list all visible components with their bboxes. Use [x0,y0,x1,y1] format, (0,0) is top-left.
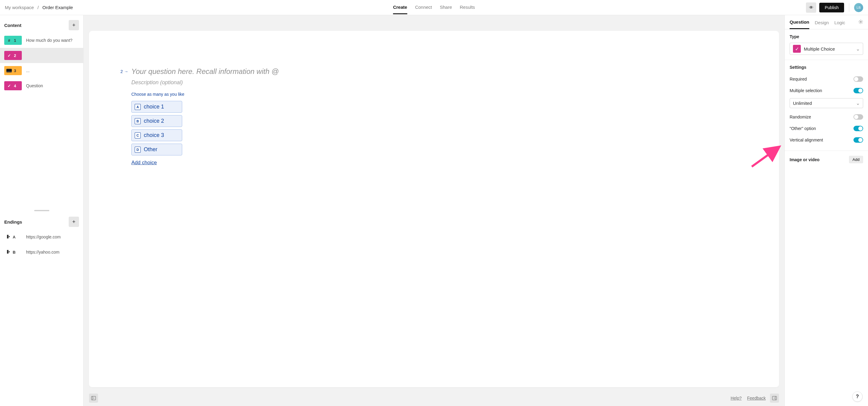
top-bar: My workspace / Order Example Create Conn… [0,0,868,15]
item-number: 2 [14,53,16,58]
content-item-2[interactable]: ✓ 2 [0,48,83,63]
arrow-right-icon: → [124,69,128,74]
content-item-1[interactable]: # 1 How much do you want? [0,33,83,48]
choice-key: A [135,104,141,110]
item-number: 1 [14,38,16,43]
ending-badge: A [4,232,22,241]
settings-gear-button[interactable] [858,20,863,29]
ending-label: https://google.com [26,234,61,239]
top-right-tools: Publish LB [806,2,863,13]
item-number: 3 [14,68,16,73]
setting-vertical-alignment: Vertical alignment [789,134,863,146]
tab-connect[interactable]: Connect [415,1,432,14]
ending-item-b[interactable]: B https://yahoo.com [0,244,83,260]
content-section-header: Content + [0,15,83,33]
breadcrumb-workspace[interactable]: My workspace [5,5,34,10]
check-icon: ✓ [6,84,12,88]
canvas-footer: Help? Feedback [84,393,784,406]
add-ending-button[interactable]: + [69,216,79,227]
setting-multiple-selection: Multiple selection [789,85,863,96]
right-panel-tabs: Question Design Logic [785,15,868,29]
footer-links: Help? Feedback [731,396,766,401]
setting-randomize: Randomize [789,111,863,123]
selection-limit-select[interactable]: Unlimited ⌄ [789,98,863,108]
tab-create[interactable]: Create [393,1,407,14]
choice-text[interactable]: choice 1 [144,104,164,110]
top-tabs: Create Connect Share Results [393,1,475,14]
plus-icon: + [72,22,76,28]
endings-title: Endings [4,220,22,225]
endings-section-header: Endings + [0,212,83,229]
media-label: Image or video [789,157,819,162]
choices-list: A choice 1 B choice 2 C choice 3 D Other [131,101,182,155]
setting-label: Randomize [789,115,811,119]
choice-text[interactable]: Other [144,146,157,153]
collapse-right-panel-button[interactable] [770,394,779,403]
feedback-link[interactable]: Feedback [747,396,766,401]
type-label: Type [789,34,863,39]
question-card: 2 → Your question here. Recall informati… [89,31,779,387]
question-description-input[interactable]: Description (optional) [131,79,361,86]
setting-label: "Other" option [789,126,816,131]
question-number: 2 → [120,69,128,74]
help-fab[interactable]: ? [852,392,863,402]
item-label: ... [26,68,30,73]
preview-button[interactable] [806,2,816,13]
avatar[interactable]: LB [854,3,863,12]
endings-list: A https://google.com B https://yahoo.com [0,229,83,406]
question-title-input[interactable]: Your question here. Recall information w… [131,67,361,76]
canvas: 2 → Your question here. Recall informati… [84,15,784,406]
toggle-randomize[interactable] [854,114,863,120]
choice-text[interactable]: choice 3 [144,132,164,139]
item-label: How much do you want? [26,38,72,43]
tab-share[interactable]: Share [440,1,452,14]
breadcrumb-form-name[interactable]: Order Example [42,5,73,10]
selection-limit-value: Unlimited [793,100,853,106]
choice-text[interactable]: choice 2 [144,118,164,124]
type-section: Type ✓ Multiple Choice ⌄ [785,29,868,60]
choice-b[interactable]: B choice 2 [131,115,182,127]
add-choice-link[interactable]: Add choice [131,160,361,166]
media-section: Image or video Add [785,151,868,168]
toggle-required[interactable] [854,76,863,82]
toggle-other-option[interactable] [854,126,863,131]
add-content-button[interactable]: + [69,20,79,30]
add-media-button[interactable]: Add [849,156,863,163]
content-item-4[interactable]: ✓ 4 Question [0,78,83,93]
choice-d-other[interactable]: D Other [131,144,182,155]
tab-logic[interactable]: Logic [834,20,845,29]
ending-label: https://yahoo.com [26,250,60,255]
gear-icon [858,20,863,24]
divider [849,3,849,12]
right-panel: Question Design Logic Type ✓ Multiple Ch… [784,15,868,406]
toggle-vertical-alignment[interactable] [854,137,863,143]
setting-required: Required [789,73,863,85]
resize-handle[interactable] [0,209,83,212]
breadcrumb: My workspace / Order Example [5,5,73,10]
svg-rect-1 [6,70,12,70]
panel-right-icon [772,396,777,401]
question-type-select[interactable]: ✓ Multiple Choice ⌄ [789,43,863,55]
number-question-badge: # 1 [4,36,22,45]
ending-item-a[interactable]: A https://google.com [0,229,83,244]
collapse-left-panel-button[interactable] [89,394,98,403]
choice-a[interactable]: A choice 1 [131,101,182,113]
ending-letter: B [13,250,16,255]
publish-button[interactable]: Publish [819,3,844,12]
panel-left-icon [91,396,96,401]
choice-c[interactable]: C choice 3 [131,129,182,141]
tab-question[interactable]: Question [789,20,809,29]
settings-label: Settings [789,65,863,70]
multiple-choice-badge: ✓ 4 [4,81,22,90]
tab-design[interactable]: Design [815,20,829,29]
question-type-value: Multiple Choice [804,46,853,52]
multiple-choice-badge: ✓ 2 [4,51,22,60]
card-icon [6,69,12,72]
check-icon: ✓ [793,45,801,53]
tab-results[interactable]: Results [460,1,475,14]
toggle-multiple-selection[interactable] [854,88,863,93]
setting-label: Required [789,77,807,82]
help-link[interactable]: Help? [731,396,742,401]
chevron-down-icon: ⌄ [856,46,860,52]
content-item-3[interactable]: 3 ... [0,63,83,78]
